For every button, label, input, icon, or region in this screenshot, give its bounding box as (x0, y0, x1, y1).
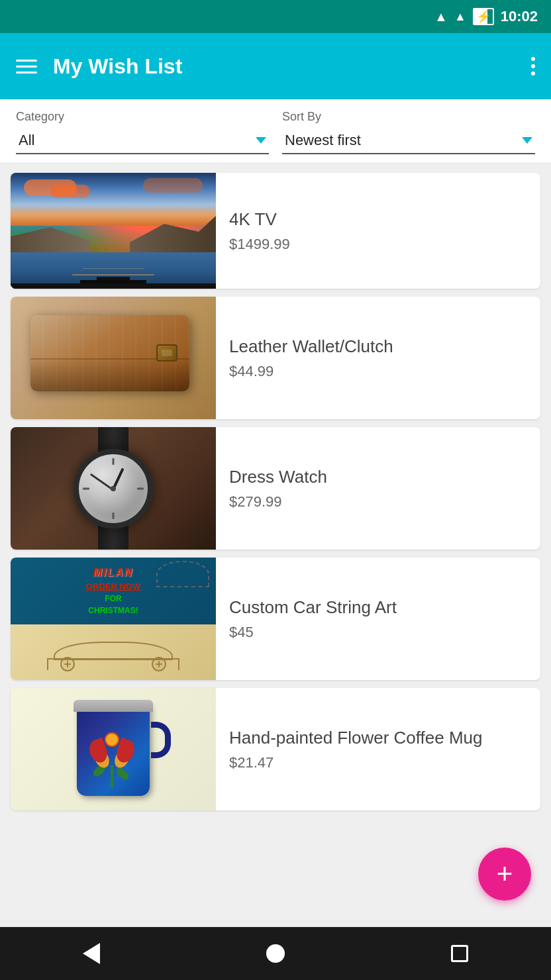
wish-item-2[interactable]: Dress Watch $279.99 (11, 427, 540, 550)
wish-item-image-1 (11, 297, 216, 419)
menu-icon[interactable] (16, 60, 37, 74)
category-dropdown-arrow (256, 137, 266, 144)
wish-item-info-3: Custom Car String Art $45 (216, 558, 540, 680)
bottom-navigation (0, 927, 551, 980)
wish-item-info-1: Leather Wallet/Clutch $44.99 (216, 297, 540, 419)
back-icon (83, 943, 100, 964)
category-select[interactable]: All (16, 128, 269, 154)
wish-item-1[interactable]: Leather Wallet/Clutch $44.99 (11, 297, 540, 419)
status-bar: ▲ ▲ ⚡ 10:02 (0, 0, 551, 33)
wish-item-image-0 (11, 173, 216, 289)
wish-item-3[interactable]: MILAN ORDER NOW FOR CHRISTMAS! (11, 558, 540, 680)
wish-item-info-2: Dress Watch $279.99 (216, 427, 540, 550)
status-icons: ▲ ▲ ⚡ 10:02 (434, 8, 538, 25)
add-item-fab[interactable]: + (478, 848, 531, 901)
category-value: All (19, 132, 34, 149)
wish-item-info-0: 4K TV $1499.99 (216, 173, 540, 289)
wish-item-name-1: Leather Wallet/Clutch (229, 336, 527, 358)
wish-item-name-4: Hand-painted Flower Coffee Mug (229, 727, 527, 750)
sort-value: Newest first (285, 132, 361, 149)
wish-item-name-0: 4K TV (229, 209, 527, 231)
mug-visual (11, 688, 216, 810)
wish-item-price-4: $21.47 (229, 754, 527, 771)
sort-label: Sort By (282, 110, 535, 124)
add-icon: + (497, 860, 513, 888)
app-title: My Wish List (53, 54, 515, 79)
wish-item-price-2: $279.99 (229, 493, 527, 511)
filter-bar: Category All Sort By Newest first (0, 99, 551, 162)
sort-select[interactable]: Newest first (282, 128, 535, 154)
wish-item-price-0: $1499.99 (229, 236, 527, 253)
sort-filter-group: Sort By Newest first (282, 110, 535, 154)
category-label: Category (16, 110, 269, 124)
wish-item-price-3: $45 (229, 624, 527, 641)
home-button[interactable] (266, 944, 285, 963)
more-options-icon[interactable] (531, 57, 535, 75)
battery-icon: ⚡ (473, 8, 494, 25)
watch-visual (11, 427, 216, 550)
wish-item-image-4 (11, 688, 216, 810)
back-button[interactable] (83, 943, 100, 964)
wifi-icon: ▲ (434, 9, 448, 24)
signal-icon: ▲ (454, 10, 466, 24)
wish-item-price-1: $44.99 (229, 363, 527, 380)
wish-item-4[interactable]: Hand-painted Flower Coffee Mug $21.47 (11, 688, 540, 810)
home-icon (266, 944, 285, 963)
app-bar: My Wish List (0, 33, 551, 99)
wish-item-0[interactable]: 4K TV $1499.99 (11, 173, 540, 289)
wish-item-name-3: Custom Car String Art (229, 597, 527, 619)
wish-item-image-2 (11, 427, 216, 550)
wish-item-image-3: MILAN ORDER NOW FOR CHRISTMAS! (11, 558, 216, 680)
sort-dropdown-arrow (522, 137, 532, 144)
wish-item-info-4: Hand-painted Flower Coffee Mug $21.47 (216, 688, 540, 810)
wish-item-name-2: Dress Watch (229, 466, 527, 489)
wish-list-content: 4K TV $1499.99 (0, 162, 551, 930)
recent-icon (451, 945, 468, 962)
status-time: 10:02 (501, 8, 538, 25)
category-filter-group: Category All (16, 110, 269, 154)
recent-apps-button[interactable] (451, 945, 468, 962)
wallet-visual (11, 297, 216, 419)
